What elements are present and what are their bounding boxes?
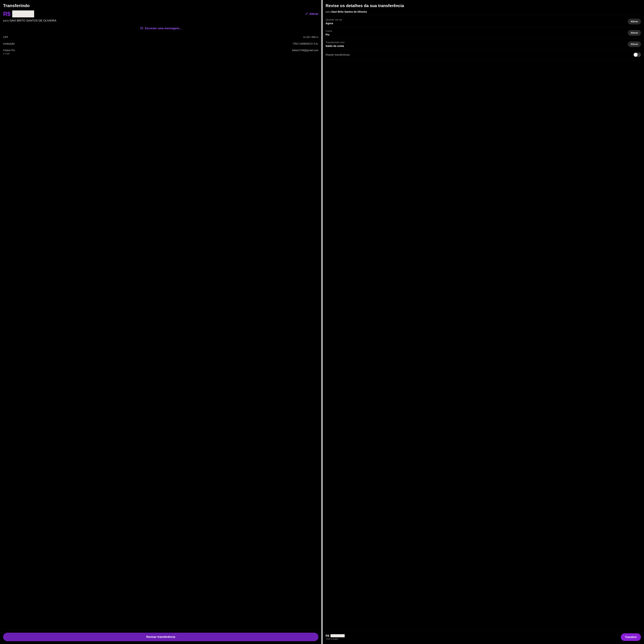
edit-amount-button[interactable]: Alterar [305, 12, 318, 16]
recipient-name: Davi Brito Santos de Oliveira [332, 10, 367, 13]
detail-row-when: Quando vai ser Agora Alterar [326, 16, 641, 27]
recipient-prefix: para [3, 19, 9, 22]
message-icon [140, 27, 143, 30]
bottom-bar: R$ Total a pagar Transferir [326, 631, 641, 644]
total-currency: R$ [326, 634, 329, 637]
review-transfer-button[interactable]: Revisar transferência [3, 633, 318, 641]
write-message-label: Escrever uma mensagem... [145, 27, 181, 30]
page-title: Transferindo [3, 3, 318, 8]
detail-label: Quando vai ser [326, 18, 342, 21]
change-when-button[interactable]: Alterar [628, 19, 641, 24]
repeat-transfer-row: Repetir transferência [326, 50, 641, 60]
total-block: R$ Total a pagar [326, 634, 345, 640]
screen-content: Revise os detalhes da sua transferência … [326, 3, 641, 631]
recipient-line: para DAVI BRITO SANTOS DE OLIVEIRA [3, 19, 318, 22]
total-amount-row: R$ [326, 634, 345, 637]
detail-row-source: Transferindo com Saldo da conta Alterar [326, 39, 641, 50]
repeat-transfer-label: Repetir transferência [326, 53, 350, 56]
svg-point-1 [141, 28, 141, 28]
info-value: bdavi1748@gmail.com [292, 49, 318, 52]
detail-label: Como [326, 30, 332, 32]
total-amount-masked [331, 634, 345, 637]
change-how-button[interactable]: Alterar [628, 30, 641, 36]
transfer-button[interactable]: Transferir [621, 633, 641, 641]
info-row-chave-pix: Chave Pix e-mail bdavi1748@gmail.com [3, 47, 318, 57]
recipient-name: DAVI BRITO SANTOS DE OLIVEIRA [10, 19, 56, 22]
amount-row: R$ Alterar [3, 10, 318, 17]
detail-value: Agora [326, 22, 342, 25]
detail-label: Transferindo com [326, 41, 345, 44]
total-caption: Total a pagar [326, 638, 345, 640]
info-value: •••.317.455-•• [303, 36, 318, 39]
detail-value: Saldo da conta [326, 45, 345, 48]
screen-content: Transferindo R$ Alterar para DAVI BRITO … [3, 3, 318, 630]
toggle-knob [634, 53, 638, 57]
write-message-button[interactable]: Escrever uma mensagem... [3, 27, 318, 30]
transfer-compose-screen: Transferindo R$ Alterar para DAVI BRITO … [0, 0, 321, 644]
info-row-cpf: CPF •••.317.455-•• [3, 34, 318, 40]
info-row-instituicao: Instituição ITAÚ UNIBANCO S.A. [3, 40, 318, 47]
info-label: Instituição [3, 42, 15, 45]
currency-symbol: R$ [3, 10, 10, 17]
review-title: Revise os detalhes da sua transferência [326, 3, 641, 8]
info-sublabel: e-mail [3, 52, 15, 55]
detail-value: Pix [326, 33, 332, 36]
info-value: ITAÚ UNIBANCO S.A. [293, 42, 318, 45]
detail-row-how: Como Pix Alterar [326, 27, 641, 39]
info-label: Chave Pix [3, 49, 15, 52]
review-subtitle: para Davi Brito Santos de Oliveira [326, 10, 641, 13]
amount-masked [12, 10, 34, 17]
repeat-transfer-toggle[interactable] [633, 53, 641, 57]
info-label: CPF [3, 36, 8, 39]
pencil-icon [305, 12, 308, 15]
bottom-bar: Revisar transferência [3, 630, 318, 644]
change-source-button[interactable]: Alterar [628, 41, 641, 47]
transfer-review-screen: Revise os detalhes da sua transferência … [323, 0, 644, 644]
recipient-prefix: para [326, 10, 331, 13]
amount-group: R$ [3, 10, 34, 17]
edit-amount-label: Alterar [309, 12, 318, 16]
